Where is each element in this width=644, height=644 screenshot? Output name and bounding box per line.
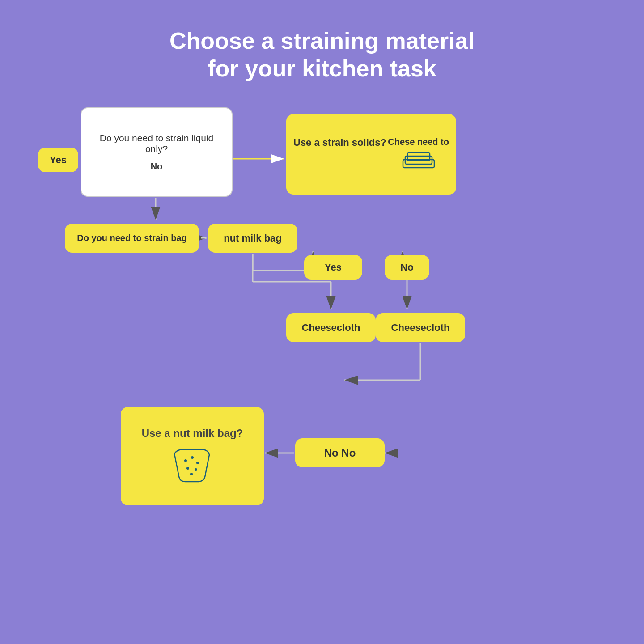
cloth-icon	[401, 147, 436, 172]
flowchart: Do you need to strain liquid only? No Ye…	[0, 94, 644, 631]
yes-label-left: Yes	[38, 148, 78, 172]
cheesecloth-2-box: Cheesecloth	[376, 313, 465, 342]
yes-mid-box: Yes	[304, 255, 362, 280]
chese-need-text: Chese need to	[388, 137, 449, 147]
use-nut-milk-box: Use a nut milk bag?	[121, 407, 264, 505]
nut-milk-bag-box: nut milk bag	[208, 224, 297, 253]
svg-point-27	[190, 473, 193, 475]
no-mid-box: No	[385, 255, 429, 280]
main-question-text: Do you need to strain liquid only?	[89, 133, 225, 154]
cheesecloth-1-box: Cheesecloth	[286, 313, 376, 342]
no-no-box: No No	[295, 438, 385, 467]
svg-point-23	[191, 456, 194, 459]
strain-solids-box: Use a strain solids? Chese need to	[286, 114, 456, 195]
strain-solids-text: Use a strain solids?	[293, 137, 386, 148]
main-question-box: Do you need to strain liquid only? No	[80, 107, 233, 197]
no-text: No	[89, 161, 225, 172]
svg-point-22	[184, 459, 187, 462]
svg-point-24	[196, 462, 199, 464]
svg-point-26	[195, 468, 197, 471]
strain-bag-box: Do you need to strain bag	[65, 224, 199, 253]
page-title: Choose a straining material for your kit…	[0, 0, 644, 83]
svg-point-25	[186, 467, 189, 470]
bag-icon	[170, 445, 215, 485]
